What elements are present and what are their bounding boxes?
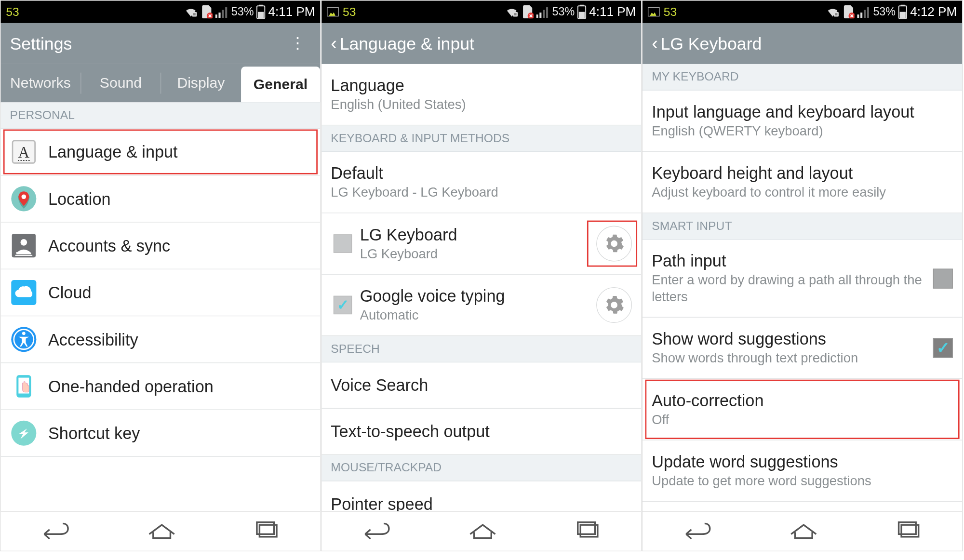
item-title: Accounts & sync [48,236,311,255]
picture-notification-icon [327,7,339,16]
item-text: Input language and keyboard layout Engli… [652,102,953,139]
checkbox[interactable] [334,234,352,253]
item-subtitle: Adjust keyboard to control it more easil… [652,184,953,200]
item-subtitle: English (QWERTY keyboard) [652,123,953,139]
location-icon [10,185,38,213]
list-item-google-voice-typing[interactable]: Google voice typing Automatic [321,275,641,336]
item-text: Voice Search [331,376,632,395]
item-title: Pointer speed [331,494,632,511]
list-item-input-language-and-keyboard-layout[interactable]: Input language and keyboard layout Engli… [643,91,962,152]
item-title: One-handed operation [48,377,311,396]
item-subtitle: LG Keyboard [360,246,592,262]
signal-icon [536,6,549,18]
signal-icon [857,6,870,18]
nav-back-icon[interactable] [359,520,392,542]
tab-display[interactable]: Display [161,64,241,102]
wifi-icon [184,6,198,18]
list-item-update-word-suggestions[interactable]: Update word suggestions Update to get mo… [643,440,962,502]
list-item-location[interactable]: Location [0,175,320,222]
notification-count: 53 [6,5,19,19]
section-header: KEYBOARD & INPUT METHODS [321,125,641,152]
svg-rect-51 [900,12,906,18]
nav-recent-icon[interactable] [574,520,604,542]
item-text: Auto-correction Off [652,391,953,428]
list-item-one-handed-operation[interactable]: One-handed operation [0,363,320,410]
overflow-menu-icon[interactable]: ⋮ [284,29,311,58]
item-title: Keyboard height and layout [652,164,953,183]
list-item-default[interactable]: Default LG Keyboard - LG Keyboard [321,152,641,213]
item-title: Default [331,164,632,183]
item-subtitle: English (United States) [331,96,632,113]
nav-back-icon[interactable] [38,520,71,542]
wifi-icon [826,6,840,18]
status-bar: 53 53% 4:11 PM [0,0,320,23]
tab-networks[interactable]: Networks [0,64,80,102]
svg-rect-17 [15,255,33,256]
item-title: Auto-correction [652,391,953,410]
clock: 4:11 PM [268,5,315,19]
nav-back-icon[interactable] [680,520,713,542]
list-item-lg-keyboard[interactable]: LG Keyboard LG Keyboard [321,213,641,275]
checkbox[interactable] [334,296,352,314]
tab-sound[interactable]: Sound [81,64,161,102]
list-item-path-input[interactable]: Path input Enter a word by drawing a pat… [643,240,962,318]
list-item-accounts-sync[interactable]: Accounts & sync [0,223,320,269]
item-text: Location [48,189,311,209]
screen-0: 53 53% 4:11 PM Settings ⋮ NetworksSoundD… [0,0,321,551]
checkbox[interactable] [933,338,953,358]
gear-icon[interactable] [596,226,632,262]
list-item-cloud[interactable]: Cloud [0,269,320,316]
nav-home-icon[interactable] [466,520,499,542]
item-subtitle: LG Keyboard - LG Keyboard [331,184,632,200]
signal-icon [215,6,228,18]
accessibility-icon [10,325,38,353]
shortcut-icon [10,419,38,447]
svg-rect-1 [193,13,196,15]
nav-recent-icon[interactable] [253,520,283,542]
clock: 4:11 PM [589,5,636,19]
list-item-pointer-speed[interactable]: Pointer speed [321,481,641,511]
item-text: Language English (United States) [331,76,632,113]
app-bar: Settings ⋮ [0,23,320,64]
list-item-additional-settings[interactable]: Additional settings [643,502,962,511]
section-header: MY KEYBOARD [643,64,962,91]
item-title: Voice Search [331,376,632,395]
item-text: Path input Enter a word by drawing a pat… [652,252,926,305]
tab-general[interactable]: General [241,67,320,102]
list-item-keyboard-height-and-layout[interactable]: Keyboard height and layout Adjust keyboa… [643,152,962,213]
list-item-language[interactable]: Language English (United States) [321,64,641,125]
item-text: Accounts & sync [48,236,311,255]
item-text: Pointer speed [331,494,632,511]
sim-icon [522,5,534,18]
list-item-show-word-suggestions[interactable]: Show word suggestions Show words through… [643,318,962,379]
back-icon[interactable]: ‹ [652,33,658,54]
item-subtitle: Off [652,412,953,428]
item-title: Cloud [48,283,311,302]
svg-rect-46 [860,13,862,18]
list-item-voice-search[interactable]: Voice Search [321,362,641,409]
battery-percent: 53% [231,5,254,18]
svg-point-14 [22,194,27,199]
item-title: Language & input [48,142,311,161]
gear-icon[interactable] [596,287,632,323]
list-item-shortcut-key[interactable]: Shortcut key [0,410,320,457]
list-item-auto-correction[interactable]: Auto-correction Off [643,379,962,440]
app-bar-title: Language & input [340,33,474,53]
svg-point-19 [18,252,20,253]
nav-recent-icon[interactable] [895,520,925,542]
settings-list: PERSONALA Language & input Location Acco… [0,102,320,511]
nav-home-icon[interactable] [145,520,178,542]
list-item-text-to-speech-output[interactable]: Text-to-speech output [321,409,641,455]
checkbox[interactable] [933,268,953,288]
list-item-language-input[interactable]: A Language & input [0,129,320,175]
list-item-accessibility[interactable]: Accessibility [0,316,320,363]
item-subtitle: Automatic [360,307,592,323]
app-bar: ‹ LG Keyboard [643,23,962,64]
app-bar-title: LG Keyboard [660,33,762,53]
language-icon: A [10,138,38,166]
nav-home-icon[interactable] [787,520,820,542]
svg-point-24 [22,332,26,335]
svg-point-16 [20,239,27,246]
tab-bar: NetworksSoundDisplayGeneral [0,64,320,102]
back-icon[interactable]: ‹ [331,33,337,54]
